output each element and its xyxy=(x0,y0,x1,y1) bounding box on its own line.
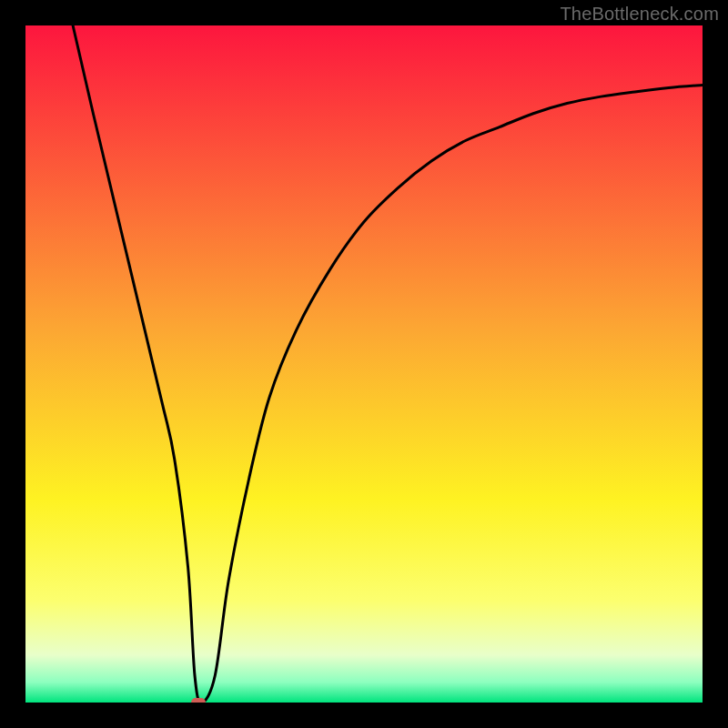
optimal-marker xyxy=(191,698,206,703)
watermark-text: TheBottleneck.com xyxy=(560,4,719,25)
bottleneck-curve xyxy=(25,25,703,703)
chart-frame: TheBottleneck.com xyxy=(0,0,728,728)
plot-area xyxy=(25,25,703,703)
